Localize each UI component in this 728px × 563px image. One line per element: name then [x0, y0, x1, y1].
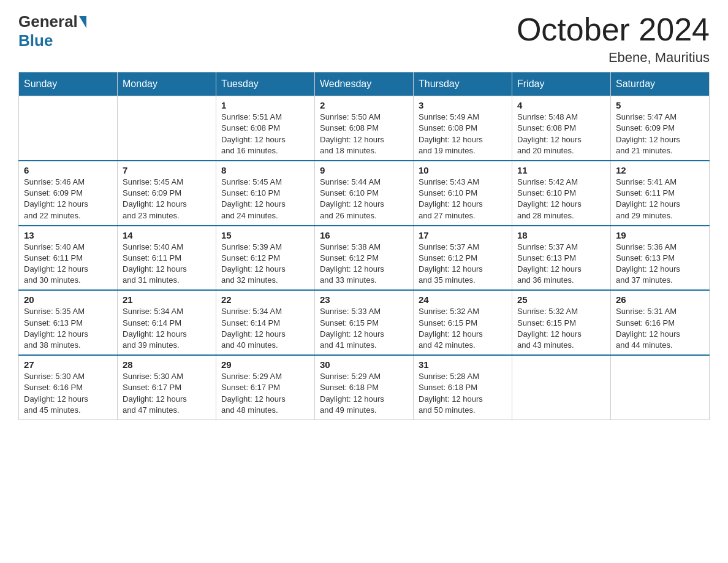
location-subtitle: Ebene, Mauritius: [517, 50, 710, 66]
day-number: 6: [24, 165, 112, 175]
day-info: Sunrise: 5:51 AM Sunset: 6:08 PM Dayligh…: [221, 112, 309, 156]
day-number: 22: [221, 294, 309, 305]
calendar-cell: 17Sunrise: 5:37 AM Sunset: 6:12 PM Dayli…: [414, 226, 512, 291]
day-number: 23: [320, 294, 408, 305]
day-info: Sunrise: 5:35 AM Sunset: 6:13 PM Dayligh…: [24, 306, 112, 351]
day-number: 3: [419, 100, 507, 110]
calendar-cell: 18Sunrise: 5:37 AM Sunset: 6:13 PM Dayli…: [512, 226, 611, 291]
day-number: 8: [221, 165, 309, 175]
day-info: Sunrise: 5:30 AM Sunset: 6:17 PM Dayligh…: [123, 371, 211, 416]
day-number: 15: [221, 230, 309, 240]
day-info: Sunrise: 5:37 AM Sunset: 6:12 PM Dayligh…: [419, 242, 507, 286]
day-info: Sunrise: 5:49 AM Sunset: 6:08 PM Dayligh…: [419, 112, 507, 156]
calendar-cell: [118, 96, 216, 161]
day-number: 13: [24, 230, 112, 240]
day-info: Sunrise: 5:45 AM Sunset: 6:09 PM Dayligh…: [123, 177, 211, 221]
day-info: Sunrise: 5:34 AM Sunset: 6:14 PM Dayligh…: [123, 306, 211, 351]
day-number: 21: [123, 294, 211, 305]
day-number: 1: [221, 100, 309, 110]
calendar-cell: 22Sunrise: 5:34 AM Sunset: 6:14 PM Dayli…: [216, 290, 315, 355]
calendar-cell: 26Sunrise: 5:31 AM Sunset: 6:16 PM Dayli…: [611, 290, 710, 355]
day-number: 27: [24, 359, 112, 370]
day-info: Sunrise: 5:39 AM Sunset: 6:12 PM Dayligh…: [221, 242, 309, 286]
day-number: 4: [517, 100, 605, 110]
header-monday: Monday: [118, 72, 216, 96]
calendar-cell: 8Sunrise: 5:45 AM Sunset: 6:10 PM Daylig…: [216, 161, 315, 226]
day-info: Sunrise: 5:29 AM Sunset: 6:18 PM Dayligh…: [320, 371, 408, 416]
day-info: Sunrise: 5:50 AM Sunset: 6:08 PM Dayligh…: [320, 112, 408, 156]
day-number: 11: [517, 165, 605, 175]
calendar-cell: 31Sunrise: 5:28 AM Sunset: 6:18 PM Dayli…: [414, 355, 512, 419]
day-number: 26: [616, 294, 704, 305]
header-sunday: Sunday: [19, 72, 118, 96]
calendar-cell: [19, 96, 118, 161]
day-info: Sunrise: 5:31 AM Sunset: 6:16 PM Dayligh…: [616, 306, 704, 351]
day-number: 17: [419, 230, 507, 240]
day-number: 7: [123, 165, 211, 175]
header-wednesday: Wednesday: [315, 72, 414, 96]
month-title: October 2024: [517, 12, 710, 47]
calendar-cell: 21Sunrise: 5:34 AM Sunset: 6:14 PM Dayli…: [118, 290, 216, 355]
calendar-cell: 2Sunrise: 5:50 AM Sunset: 6:08 PM Daylig…: [315, 96, 414, 161]
day-number: 2: [320, 100, 408, 110]
day-number: 9: [320, 165, 408, 175]
calendar-cell: 13Sunrise: 5:40 AM Sunset: 6:11 PM Dayli…: [19, 226, 118, 291]
header-saturday: Saturday: [611, 72, 710, 96]
calendar-cell: 10Sunrise: 5:43 AM Sunset: 6:10 PM Dayli…: [414, 161, 512, 226]
logo: General Blue: [18, 12, 88, 50]
day-info: Sunrise: 5:46 AM Sunset: 6:09 PM Dayligh…: [24, 177, 112, 221]
day-info: Sunrise: 5:41 AM Sunset: 6:11 PM Dayligh…: [616, 177, 704, 221]
calendar-cell: 27Sunrise: 5:30 AM Sunset: 6:16 PM Dayli…: [19, 355, 118, 419]
calendar-cell: 28Sunrise: 5:30 AM Sunset: 6:17 PM Dayli…: [118, 355, 216, 419]
calendar-cell: 12Sunrise: 5:41 AM Sunset: 6:11 PM Dayli…: [611, 161, 710, 226]
calendar-cell: 11Sunrise: 5:42 AM Sunset: 6:10 PM Dayli…: [512, 161, 611, 226]
logo-general-text: General: [18, 12, 78, 31]
calendar-cell: 19Sunrise: 5:36 AM Sunset: 6:13 PM Dayli…: [611, 226, 710, 291]
header-row: SundayMondayTuesdayWednesdayThursdayFrid…: [19, 72, 710, 96]
week-row-4: 20Sunrise: 5:35 AM Sunset: 6:13 PM Dayli…: [19, 290, 710, 355]
day-info: Sunrise: 5:47 AM Sunset: 6:09 PM Dayligh…: [616, 112, 704, 156]
header-friday: Friday: [512, 72, 611, 96]
day-info: Sunrise: 5:36 AM Sunset: 6:13 PM Dayligh…: [616, 242, 704, 286]
calendar-cell: 16Sunrise: 5:38 AM Sunset: 6:12 PM Dayli…: [315, 226, 414, 291]
day-info: Sunrise: 5:40 AM Sunset: 6:11 PM Dayligh…: [123, 242, 211, 286]
day-info: Sunrise: 5:32 AM Sunset: 6:15 PM Dayligh…: [517, 306, 605, 351]
day-info: Sunrise: 5:40 AM Sunset: 6:11 PM Dayligh…: [24, 242, 112, 286]
calendar-table: SundayMondayTuesdayWednesdayThursdayFrid…: [18, 72, 710, 420]
day-number: 14: [123, 230, 211, 240]
day-number: 16: [320, 230, 408, 240]
calendar-cell: [611, 355, 710, 419]
day-number: 19: [616, 230, 704, 240]
day-number: 31: [419, 359, 507, 370]
week-row-5: 27Sunrise: 5:30 AM Sunset: 6:16 PM Dayli…: [19, 355, 710, 419]
day-info: Sunrise: 5:34 AM Sunset: 6:14 PM Dayligh…: [221, 306, 309, 351]
week-row-3: 13Sunrise: 5:40 AM Sunset: 6:11 PM Dayli…: [19, 226, 710, 291]
day-info: Sunrise: 5:33 AM Sunset: 6:15 PM Dayligh…: [320, 306, 408, 351]
day-number: 25: [517, 294, 605, 305]
calendar-cell: 30Sunrise: 5:29 AM Sunset: 6:18 PM Dayli…: [315, 355, 414, 419]
week-row-2: 6Sunrise: 5:46 AM Sunset: 6:09 PM Daylig…: [19, 161, 710, 226]
day-number: 20: [24, 294, 112, 305]
calendar-cell: 9Sunrise: 5:44 AM Sunset: 6:10 PM Daylig…: [315, 161, 414, 226]
day-number: 24: [419, 294, 507, 305]
calendar-cell: 25Sunrise: 5:32 AM Sunset: 6:15 PM Dayli…: [512, 290, 611, 355]
logo-arrow-icon: [79, 16, 86, 28]
calendar-cell: 15Sunrise: 5:39 AM Sunset: 6:12 PM Dayli…: [216, 226, 315, 291]
day-info: Sunrise: 5:30 AM Sunset: 6:16 PM Dayligh…: [24, 371, 112, 416]
calendar-cell: 4Sunrise: 5:48 AM Sunset: 6:08 PM Daylig…: [512, 96, 611, 161]
day-info: Sunrise: 5:29 AM Sunset: 6:17 PM Dayligh…: [221, 371, 309, 416]
day-info: Sunrise: 5:38 AM Sunset: 6:12 PM Dayligh…: [320, 242, 408, 286]
week-row-1: 1Sunrise: 5:51 AM Sunset: 6:08 PM Daylig…: [19, 96, 710, 161]
calendar-cell: 14Sunrise: 5:40 AM Sunset: 6:11 PM Dayli…: [118, 226, 216, 291]
calendar-cell: 5Sunrise: 5:47 AM Sunset: 6:09 PM Daylig…: [611, 96, 710, 161]
calendar-cell: 29Sunrise: 5:29 AM Sunset: 6:17 PM Dayli…: [216, 355, 315, 419]
calendar-cell: 3Sunrise: 5:49 AM Sunset: 6:08 PM Daylig…: [414, 96, 512, 161]
day-number: 28: [123, 359, 211, 370]
calendar-cell: 7Sunrise: 5:45 AM Sunset: 6:09 PM Daylig…: [118, 161, 216, 226]
day-info: Sunrise: 5:32 AM Sunset: 6:15 PM Dayligh…: [419, 306, 507, 351]
day-info: Sunrise: 5:45 AM Sunset: 6:10 PM Dayligh…: [221, 177, 309, 221]
header-thursday: Thursday: [414, 72, 512, 96]
calendar-cell: 23Sunrise: 5:33 AM Sunset: 6:15 PM Dayli…: [315, 290, 414, 355]
logo-blue-text: Blue: [18, 31, 53, 50]
calendar-cell: [512, 355, 611, 419]
